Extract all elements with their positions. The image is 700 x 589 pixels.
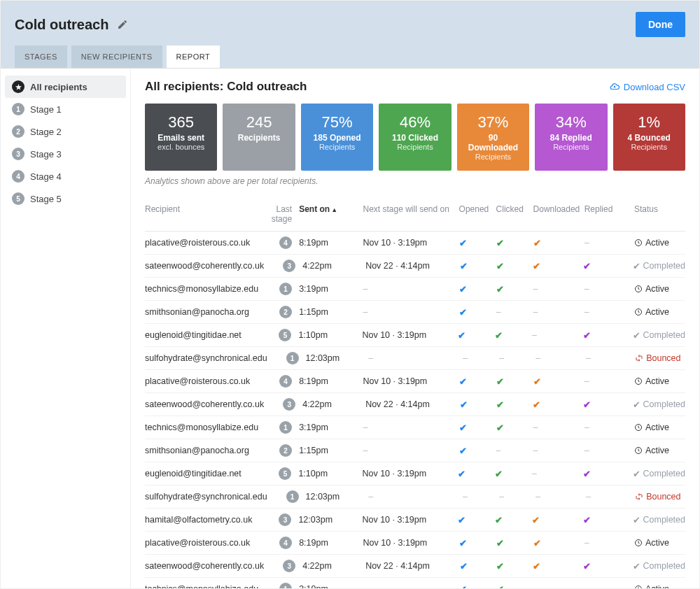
stat-sublabel: Recipients bbox=[619, 143, 680, 151]
status-badge: Active bbox=[634, 538, 685, 548]
dash-icon: – bbox=[584, 423, 589, 432]
dash-icon: – bbox=[584, 307, 589, 317]
tab-new-recipients[interactable]: NEW RECIPIENTS bbox=[71, 45, 162, 68]
table-row[interactable]: sateenwood@coherently.co.uk34:22pmNov 22… bbox=[145, 555, 685, 578]
stat-card[interactable]: 1%4 BouncedRecipients bbox=[613, 104, 685, 171]
status-badge: Active bbox=[634, 284, 685, 294]
stat-label: Recipients bbox=[228, 133, 289, 143]
stat-sublabel: Recipients bbox=[463, 152, 524, 161]
cell-downloaded: – bbox=[532, 330, 583, 340]
cell-recipient: euglenoid@tingitidae.net bbox=[145, 330, 260, 340]
sidebar-item-stage-5[interactable]: 5Stage 5 bbox=[5, 187, 126, 210]
col-recipient[interactable]: Recipient bbox=[145, 204, 260, 224]
sidebar-item-label: Stage 5 bbox=[30, 194, 62, 204]
col-next-stage[interactable]: Next stage will send on bbox=[363, 204, 459, 224]
status-badge: Active bbox=[634, 584, 685, 588]
sidebar-item-stage-2[interactable]: 2Stage 2 bbox=[5, 120, 126, 143]
cell-recipient: sulfohydrate@synchronical.edu bbox=[145, 492, 267, 502]
table-row[interactable]: euglenoid@tingitidae.net51:10pmNov 10 · … bbox=[145, 324, 685, 347]
stat-label: Emails sent bbox=[150, 133, 211, 143]
table-row[interactable]: technics@monosyllabize.edu13:19pm–✔✔––Ac… bbox=[145, 416, 685, 439]
cell-opened: ✔ bbox=[459, 284, 496, 294]
col-clicked[interactable]: Clicked bbox=[496, 204, 533, 224]
status-label: Active bbox=[645, 446, 669, 455]
status-label: Bounced bbox=[646, 492, 680, 502]
table-row[interactable]: euglenoid@tingitidae.net51:10pmNov 10 · … bbox=[145, 462, 685, 485]
dash-icon: – bbox=[584, 446, 589, 455]
cell-opened: – bbox=[463, 492, 499, 502]
cell-sent-on: 12:03pm bbox=[306, 492, 369, 502]
sidebar-item-stage-1[interactable]: 1Stage 1 bbox=[5, 98, 126, 120]
cloud-download-icon bbox=[610, 82, 620, 92]
tab-report[interactable]: REPORT bbox=[167, 45, 220, 68]
cell-clicked: ✔ bbox=[496, 238, 533, 248]
table-row[interactable]: hamital@olfactometry.co.uk312:03pmNov 10… bbox=[145, 509, 685, 532]
stage-pill: 4 bbox=[279, 236, 292, 249]
tabs: STAGESNEW RECIPIENTSREPORT bbox=[15, 45, 685, 68]
table-row[interactable]: smithsonian@panocha.org21:15pm–✔–––Activ… bbox=[145, 439, 685, 462]
cell-next-stage: – bbox=[363, 284, 459, 294]
col-status[interactable]: Status bbox=[634, 204, 685, 224]
tab-stages[interactable]: STAGES bbox=[15, 45, 67, 68]
table-row[interactable]: sateenwood@coherently.co.uk34:22pmNov 22… bbox=[145, 255, 685, 278]
table-row[interactable]: smithsonian@panocha.org21:15pm–✔–––Activ… bbox=[145, 301, 685, 324]
sidebar-item-stage-4[interactable]: 4Stage 4 bbox=[5, 165, 126, 187]
table-row[interactable]: placative@roisterous.co.uk48:19pmNov 10 … bbox=[145, 532, 685, 555]
col-sent-on[interactable]: Sent on▲ bbox=[299, 204, 363, 224]
table-row[interactable]: sateenwood@coherently.co.uk34:22pmNov 22… bbox=[145, 393, 685, 416]
stat-card[interactable]: 37%90 DownloadedRecipients bbox=[457, 104, 529, 171]
cell-downloaded: ✔ bbox=[532, 515, 583, 525]
star-icon: ★ bbox=[12, 80, 24, 93]
cell-recipient: smithsonian@panocha.org bbox=[145, 446, 260, 455]
dash-icon: – bbox=[586, 492, 591, 502]
sidebar-item-stage-3[interactable]: 3Stage 3 bbox=[5, 143, 126, 165]
dash-icon: – bbox=[533, 446, 538, 455]
cell-downloaded: – bbox=[533, 307, 584, 317]
check-icon: ✔ bbox=[583, 261, 591, 271]
download-csv-link[interactable]: Download CSV bbox=[610, 82, 685, 92]
report-title: All recipients: Cold outreach bbox=[145, 80, 307, 94]
cell-replied: ✔ bbox=[583, 561, 632, 572]
stat-card[interactable]: 245Recipients bbox=[223, 104, 295, 171]
status-label: Active bbox=[645, 307, 669, 317]
cell-sent-on: 8:19pm bbox=[299, 376, 363, 386]
edit-icon[interactable] bbox=[117, 19, 128, 30]
check-icon: ✔ bbox=[633, 399, 640, 410]
col-downloaded[interactable]: Downloaded bbox=[533, 204, 584, 224]
cell-last-stage: 4 bbox=[260, 236, 299, 249]
cell-replied: ✔ bbox=[583, 330, 633, 341]
table-row[interactable]: placative@roisterous.co.uk48:19pmNov 10 … bbox=[145, 232, 685, 255]
table-row[interactable]: placative@roisterous.co.uk48:19pmNov 10 … bbox=[145, 370, 685, 393]
check-icon: ✔ bbox=[633, 330, 640, 341]
cell-last-stage: 1 bbox=[260, 283, 299, 295]
table-row[interactable]: technics@monosyllabize.edu13:19pm–✔✔––Ac… bbox=[145, 278, 685, 301]
recipients-table: Recipient Last stage Sent on▲ Next stage… bbox=[145, 197, 685, 588]
col-last-stage[interactable]: Last stage bbox=[260, 204, 299, 224]
cell-last-stage: 5 bbox=[260, 329, 299, 341]
sidebar-item-all-recipients[interactable]: ★All recipients bbox=[5, 76, 126, 98]
stat-card[interactable]: 75%185 OpenedRecipients bbox=[301, 104, 373, 171]
stat-card[interactable]: 34%84 RepliedRecipients bbox=[535, 104, 607, 171]
status-badge: Active bbox=[634, 238, 685, 248]
check-icon: ✔ bbox=[496, 261, 504, 271]
dash-icon: – bbox=[463, 492, 468, 502]
sidebar-item-label: Stage 2 bbox=[30, 127, 62, 137]
status-label: Completed bbox=[643, 515, 685, 525]
stat-label: 185 Opened bbox=[307, 133, 368, 143]
cell-opened: ✔ bbox=[459, 238, 496, 248]
done-button[interactable]: Done bbox=[636, 12, 685, 37]
stat-card[interactable]: 46%110 ClickedRecipients bbox=[379, 104, 451, 171]
cell-sent-on: 1:15pm bbox=[299, 307, 363, 317]
status-label: Active bbox=[645, 238, 669, 248]
cell-clicked: – bbox=[496, 446, 533, 455]
table-row[interactable]: technics@monosyllabize.edu13:19pm–✔✔––Ac… bbox=[145, 578, 685, 588]
stat-card[interactable]: 365Emails sentexcl. bounces bbox=[145, 104, 217, 171]
cell-recipient: sateenwood@coherently.co.uk bbox=[145, 399, 264, 409]
check-icon: ✔ bbox=[633, 561, 640, 572]
bounce-icon bbox=[635, 354, 643, 362]
cell-replied: – bbox=[584, 538, 634, 548]
col-replied[interactable]: Replied bbox=[584, 204, 634, 224]
col-opened[interactable]: Opened bbox=[459, 204, 496, 224]
table-row[interactable]: sulfohydrate@synchronical.edu112:03pm–––… bbox=[145, 485, 685, 509]
table-row[interactable]: sulfohydrate@synchronical.edu112:03pm–––… bbox=[145, 347, 685, 370]
